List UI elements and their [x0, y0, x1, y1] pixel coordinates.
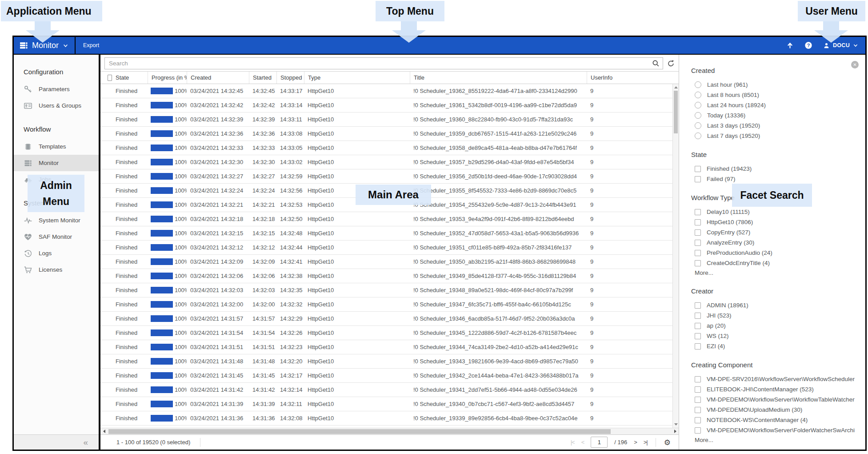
checkbox[interactable] — [695, 386, 701, 393]
checkbox[interactable] — [695, 250, 701, 256]
column-header-type[interactable]: Type — [304, 72, 410, 84]
checkbox[interactable] — [695, 333, 701, 339]
sidebar-item-system-monitor[interactable]: System Monitor — [14, 212, 99, 229]
radio-button[interactable] — [695, 112, 701, 119]
scroll-left-arrow[interactable] — [100, 428, 108, 434]
facet-item[interactable]: AnalyzeEntry (30) — [695, 239, 855, 246]
checkbox[interactable] — [695, 176, 701, 182]
checkbox[interactable] — [695, 376, 701, 382]
sidebar-item-licenses[interactable]: Licenses — [14, 261, 99, 278]
table-row[interactable]: Finished100%03/24/2021 14:32:3914:32:391… — [100, 112, 679, 127]
facet-item[interactable]: Failed (97) — [695, 175, 855, 183]
previous-page-button[interactable]: < — [581, 439, 584, 446]
table-row[interactable]: Finished100%03/24/2021 14:32:1514:32:151… — [100, 226, 679, 241]
facet-item[interactable]: VM-DPEDEMO\WorkflowServer\WorkflowTableW… — [695, 396, 855, 403]
sidebar-item-monitor[interactable]: Monitor — [14, 155, 99, 171]
scroll-right-arrow[interactable] — [672, 428, 679, 434]
facet-item[interactable]: Last hour (961) — [695, 81, 855, 88]
help-icon[interactable]: ? — [804, 41, 812, 49]
column-header-title[interactable]: Title — [410, 72, 587, 84]
facet-item[interactable]: CopyEntry (527) — [695, 229, 855, 236]
facet-item[interactable]: Last 3 days (19520) — [695, 122, 855, 129]
checkbox[interactable] — [695, 417, 701, 423]
search-icon[interactable] — [652, 60, 660, 67]
table-row[interactable]: Finished100%03/24/2021 14:32:3014:32:301… — [100, 155, 679, 169]
column-header-progress[interactable]: Progress (in %) — [148, 72, 187, 84]
table-row[interactable]: Finished100%03/24/2021 14:31:5114:31:511… — [100, 340, 679, 354]
checkbox[interactable] — [695, 407, 701, 413]
facet-item[interactable]: Delay10 (11115) — [695, 208, 855, 216]
horizontal-scroll-thumb[interactable] — [108, 429, 611, 434]
radio-button[interactable] — [695, 102, 701, 108]
radio-button[interactable] — [695, 81, 701, 88]
checkbox[interactable] — [695, 260, 701, 266]
sidebar-item-logs[interactable]: Logs — [14, 245, 99, 261]
facet-item[interactable]: Last 8 hours (8501) — [695, 91, 855, 99]
checkbox[interactable] — [695, 343, 701, 350]
table-row[interactable]: Finished100%03/24/2021 14:31:4514:31:451… — [100, 369, 679, 383]
facet-item[interactable]: HttpGet10 (7806) — [695, 218, 855, 226]
sidebar-item-users-groups[interactable]: Users & Groups — [14, 97, 99, 114]
facet-item[interactable]: ELITEBOOK-JHI\ContentManager (523) — [695, 386, 855, 393]
table-row[interactable]: Finished100%03/24/2021 14:31:3614:31:361… — [100, 411, 679, 426]
upload-arrow-icon[interactable] — [786, 42, 794, 49]
refresh-icon[interactable] — [667, 60, 675, 67]
facet-item[interactable]: Last 24 hours (18924) — [695, 101, 855, 109]
facet-item[interactable]: JHI (523) — [695, 312, 855, 319]
table-row[interactable]: Finished100%03/24/2021 14:32:0014:32:001… — [100, 297, 679, 312]
facet-item[interactable]: EZI (4) — [695, 342, 855, 350]
vertical-scrollbar[interactable] — [672, 84, 679, 428]
close-icon[interactable]: ✕ — [851, 61, 859, 68]
column-header-started[interactable]: Started — [249, 72, 276, 84]
checkbox[interactable] — [695, 166, 701, 172]
page-number-input[interactable] — [591, 437, 608, 448]
table-row[interactable]: Finished100%03/24/2021 14:31:5714:31:571… — [100, 312, 679, 326]
facet-item[interactable]: Finished (19423) — [695, 165, 855, 173]
table-row[interactable]: Finished100%03/24/2021 14:32:4214:32:421… — [100, 98, 679, 112]
facet-item[interactable]: ADMIN (18961) — [695, 301, 855, 309]
checkbox[interactable] — [695, 219, 701, 225]
table-row[interactable]: Finished100%03/24/2021 14:32:1214:32:121… — [100, 241, 679, 255]
checkbox[interactable] — [695, 240, 701, 246]
column-header-created[interactable]: Created — [187, 72, 249, 84]
select-all-checkbox[interactable] — [108, 75, 112, 81]
table-row[interactable]: Finished100%03/24/2021 14:32:0614:32:061… — [100, 269, 679, 283]
facet-item[interactable]: CreateOdcEntryTitle (4) — [695, 259, 855, 267]
facet-item[interactable]: ap (20) — [695, 322, 855, 329]
column-header-state[interactable]: State — [112, 72, 148, 84]
scroll-up-arrow[interactable] — [673, 84, 679, 90]
table-row[interactable]: Finished100%03/24/2021 14:31:5414:31:541… — [100, 326, 679, 340]
table-row[interactable]: Finished100%03/24/2021 14:32:2714:32:271… — [100, 169, 679, 184]
checkbox[interactable] — [695, 313, 701, 319]
facet-more-link[interactable]: More... — [695, 437, 855, 443]
facet-item[interactable]: WS (12) — [695, 332, 855, 340]
facet-item[interactable]: PreProductionAudio (24) — [695, 249, 855, 257]
column-header-userinfo[interactable]: UserInfo — [587, 72, 672, 84]
next-page-button[interactable]: > — [634, 439, 637, 446]
gear-icon[interactable]: ⚙ — [664, 438, 671, 447]
checkbox[interactable] — [695, 427, 701, 434]
column-header-stopped[interactable]: Stopped — [276, 72, 304, 84]
sidebar-item-parameters[interactable]: Parameters — [14, 81, 99, 97]
first-page-button[interactable]: |< — [571, 439, 575, 446]
sidebar-item-templates[interactable]: Templates — [14, 138, 99, 155]
table-row[interactable]: Finished100%03/24/2021 14:32:1814:32:181… — [100, 212, 679, 226]
radio-button[interactable] — [695, 122, 701, 129]
checkbox[interactable] — [695, 397, 701, 403]
facet-item[interactable]: Last 7 days (19520) — [695, 132, 855, 140]
facet-item[interactable]: NOTEBOOK-WS\ContentManager (4) — [695, 416, 855, 424]
search-input[interactable] — [109, 60, 652, 67]
radio-button[interactable] — [695, 133, 701, 139]
horizontal-scrollbar[interactable] — [100, 428, 679, 434]
table-row[interactable]: Finished100%03/24/2021 14:32:0914:32:091… — [100, 255, 679, 269]
table-row[interactable]: Finished100%03/24/2021 14:31:3914:31:391… — [100, 397, 679, 411]
checkbox[interactable] — [695, 302, 701, 309]
sidebar-item-saf-monitor[interactable]: SAF Monitor — [14, 229, 99, 245]
table-row[interactable]: Finished100%03/24/2021 14:31:4214:31:421… — [100, 383, 679, 397]
scroll-down-arrow[interactable] — [673, 422, 679, 427]
vertical-scroll-thumb[interactable] — [674, 91, 678, 133]
table-row[interactable]: Finished100%03/24/2021 14:32:4514:32:451… — [100, 84, 679, 98]
checkbox[interactable] — [695, 323, 701, 329]
facet-more-link[interactable]: More... — [695, 269, 855, 276]
user-menu-button[interactable]: DOCU — [823, 42, 858, 49]
